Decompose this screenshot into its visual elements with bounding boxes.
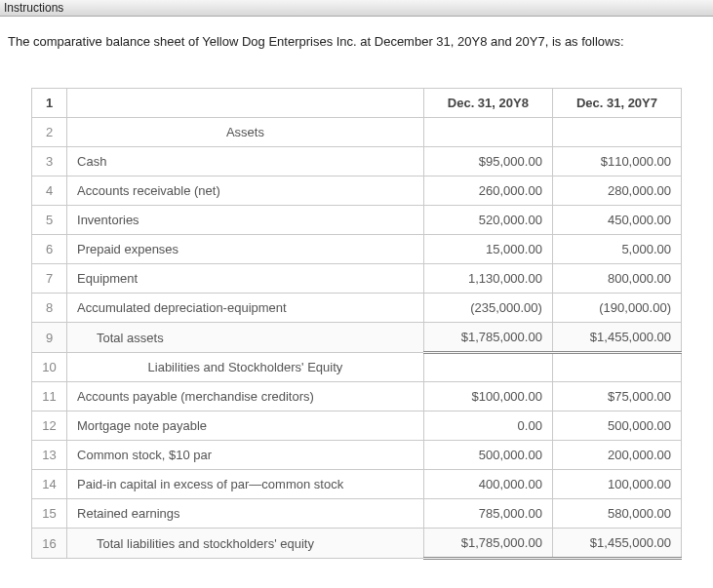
row-value-y8: (235,000.00) — [423, 294, 552, 323]
col-header-y8: Dec. 31, 20Y8 — [423, 89, 552, 118]
row-value-y7: 200,000.00 — [552, 441, 681, 470]
balance-sheet-table: 1 Dec. 31, 20Y8 Dec. 31, 20Y7 2 Assets 3… — [31, 88, 682, 560]
row-label: Retained earnings — [67, 499, 424, 529]
row-label: Equipment — [67, 264, 424, 294]
row-value-y7: $1,455,000.00 — [552, 529, 681, 559]
assets-header: Assets — [67, 118, 424, 147]
row-number: 6 — [32, 235, 67, 264]
table-row: 12 Mortgage note payable 0.00 500,000.00 — [32, 412, 682, 441]
row-value-y7: 800,000.00 — [552, 264, 681, 294]
row-label: Cash — [67, 147, 424, 176]
row-value-y7: 100,000.00 — [552, 470, 681, 499]
row-number: 13 — [32, 441, 67, 470]
row-number: 16 — [32, 529, 67, 559]
section-header-assets: 2 Assets — [32, 118, 682, 147]
table-row: 14 Paid-in capital in excess of par—comm… — [32, 470, 682, 499]
tab-bar: Instructions — [0, 0, 713, 17]
table-header-row: 1 Dec. 31, 20Y8 Dec. 31, 20Y7 — [32, 89, 682, 118]
table-row: 15 Retained earnings 785,000.00 580,000.… — [32, 499, 682, 529]
section-header-liabilities: 10 Liabilities and Stockholders' Equity — [32, 353, 682, 382]
row-number: 8 — [32, 294, 67, 323]
total-liabilities-row: 16 Total liabilities and stockholders' e… — [32, 529, 682, 559]
row-value-y7: 500,000.00 — [552, 412, 681, 441]
total-assets-row: 9 Total assets $1,785,000.00 $1,455,000.… — [32, 323, 682, 353]
row-value-y7: 280,000.00 — [552, 176, 681, 206]
row-value-y7: $1,455,000.00 — [552, 323, 681, 353]
row-value-y8: 785,000.00 — [423, 499, 552, 529]
balance-sheet-container: 1 Dec. 31, 20Y8 Dec. 31, 20Y7 2 Assets 3… — [0, 49, 713, 569]
row-number: 12 — [32, 412, 67, 441]
row-value-y8: 260,000.00 — [423, 176, 552, 206]
intro-text: The comparative balance sheet of Yellow … — [0, 17, 713, 49]
blank-cell — [423, 353, 552, 382]
table-row: 8 Accumulated depreciation-equipment (23… — [32, 294, 682, 323]
row-number: 9 — [32, 323, 67, 353]
liabilities-header: Liabilities and Stockholders' Equity — [67, 353, 424, 382]
row-number: 3 — [32, 147, 67, 176]
col-header-y7: Dec. 31, 20Y7 — [552, 89, 681, 118]
row-label: Accumulated depreciation-equipment — [67, 294, 424, 323]
blank-cell — [552, 118, 681, 147]
row-label: Accounts receivable (net) — [67, 176, 424, 206]
row-value-y7: $75,000.00 — [552, 382, 681, 412]
blank-cell — [552, 353, 681, 382]
tab-instructions[interactable]: Instructions — [4, 1, 63, 15]
row-value-y8: 500,000.00 — [423, 441, 552, 470]
row-number: 15 — [32, 499, 67, 529]
row-value-y8: $95,000.00 — [423, 147, 552, 176]
row-label: Mortgage note payable — [67, 412, 424, 441]
row-value-y8: 0.00 — [423, 412, 552, 441]
row-number: 7 — [32, 264, 67, 294]
row-number: 5 — [32, 206, 67, 235]
row-label: Accounts payable (merchandise creditors) — [67, 382, 424, 412]
row-label: Inventories — [67, 206, 424, 235]
row-label: Prepaid expenses — [67, 235, 424, 264]
row-label: Total assets — [67, 323, 424, 353]
row-number: 1 — [32, 89, 67, 118]
row-value-y7: (190,000.00) — [552, 294, 681, 323]
row-number: 14 — [32, 470, 67, 499]
row-number: 11 — [32, 382, 67, 412]
row-label: Common stock, $10 par — [67, 441, 424, 470]
row-value-y8: 15,000.00 — [423, 235, 552, 264]
table-row: 7 Equipment 1,130,000.00 800,000.00 — [32, 264, 682, 294]
blank-cell — [67, 89, 424, 118]
table-row: 3 Cash $95,000.00 $110,000.00 — [32, 147, 682, 176]
row-value-y7: 450,000.00 — [552, 206, 681, 235]
row-value-y8: 520,000.00 — [423, 206, 552, 235]
row-value-y7: 580,000.00 — [552, 499, 681, 529]
table-row: 11 Accounts payable (merchandise credito… — [32, 382, 682, 412]
row-label: Total liabilities and stockholders' equi… — [67, 529, 424, 559]
row-value-y7: $110,000.00 — [552, 147, 681, 176]
row-label: Paid-in capital in excess of par—common … — [67, 470, 424, 499]
row-value-y8: $1,785,000.00 — [423, 323, 552, 353]
table-row: 5 Inventories 520,000.00 450,000.00 — [32, 206, 682, 235]
table-row: 4 Accounts receivable (net) 260,000.00 2… — [32, 176, 682, 206]
row-value-y8: 1,130,000.00 — [423, 264, 552, 294]
row-number: 10 — [32, 353, 67, 382]
table-row: 13 Common stock, $10 par 500,000.00 200,… — [32, 441, 682, 470]
row-value-y8: 400,000.00 — [423, 470, 552, 499]
row-number: 2 — [32, 118, 67, 147]
row-value-y8: $1,785,000.00 — [423, 529, 552, 559]
row-value-y7: 5,000.00 — [552, 235, 681, 264]
table-row: 6 Prepaid expenses 15,000.00 5,000.00 — [32, 235, 682, 264]
row-number: 4 — [32, 176, 67, 206]
blank-cell — [423, 118, 552, 147]
row-value-y8: $100,000.00 — [423, 382, 552, 412]
